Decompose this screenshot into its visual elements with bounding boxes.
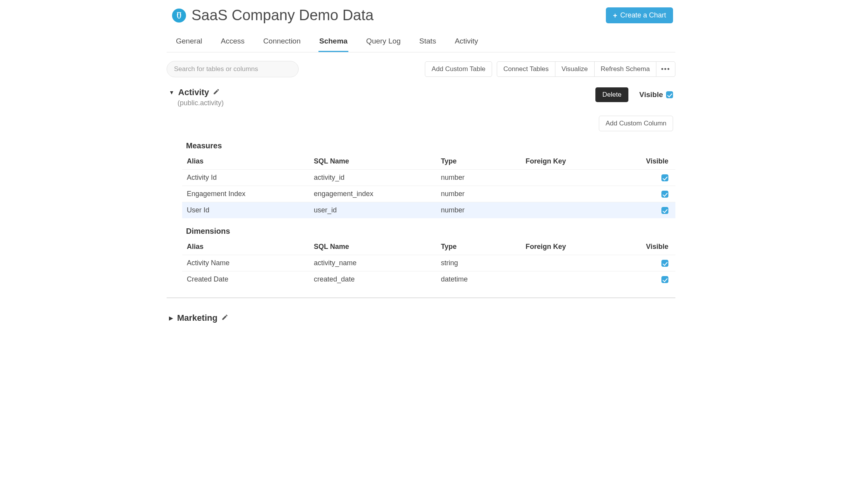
columns-header: Alias SQL Name Type Foreign Key Visible (182, 239, 675, 255)
tab-general[interactable]: General (175, 35, 203, 52)
col-fk-header: Foreign Key (525, 157, 628, 165)
col-type-header: Type (441, 157, 525, 165)
delete-table-button[interactable]: Delete (595, 87, 628, 102)
column-visible-checkbox[interactable] (661, 174, 668, 181)
refresh-schema-button[interactable]: Refresh Schema (594, 61, 657, 77)
tabs: General Access Connection Schema Query L… (167, 27, 675, 52)
tab-access[interactable]: Access (220, 35, 245, 52)
edit-table-icon[interactable] (213, 88, 220, 97)
col-sql-header: SQL Name (314, 157, 441, 165)
col-sql-header: SQL Name (314, 243, 441, 251)
cell-type: number (441, 190, 525, 198)
cell-sql: user_id (314, 206, 441, 214)
visualize-button[interactable]: Visualize (555, 61, 595, 77)
table-row[interactable]: Created Date created_date datetime (182, 271, 675, 287)
edit-table-icon[interactable] (221, 314, 228, 323)
cell-alias: Created Date (187, 275, 314, 283)
add-custom-table-button[interactable]: Add Custom Table (425, 61, 492, 77)
column-visible-checkbox[interactable] (661, 207, 668, 214)
cell-type: number (441, 206, 525, 214)
cell-alias: Activity Id (187, 174, 314, 182)
col-type-header: Type (441, 243, 525, 251)
tab-query-log[interactable]: Query Log (365, 35, 402, 52)
column-visible-checkbox[interactable] (661, 276, 668, 283)
table-row[interactable]: Activity Name activity_name string (182, 255, 675, 271)
add-custom-column-button[interactable]: Add Custom Column (599, 116, 673, 131)
cell-alias: Activity Name (187, 259, 314, 267)
table-visible-label: Visible (639, 90, 663, 99)
col-visible-header: Visible (628, 243, 671, 251)
col-fk-header: Foreign Key (525, 243, 628, 251)
page-title: SaaS Company Demo Data (191, 7, 374, 24)
cell-sql: activity_name (314, 259, 441, 267)
measures-heading: Measures (186, 141, 675, 150)
more-actions-button[interactable]: ••• (656, 61, 675, 77)
postgres-icon (172, 9, 186, 23)
dimensions-heading: Dimensions (186, 227, 675, 236)
cell-alias: User Id (187, 206, 314, 214)
col-alias-header: Alias (187, 157, 314, 165)
table-row[interactable]: Engagement Index engagement_index number (182, 186, 675, 202)
table-row[interactable]: User Id user_id number (182, 202, 675, 218)
tab-stats[interactable]: Stats (419, 35, 437, 52)
table-name: Marketing (177, 313, 217, 323)
more-icon: ••• (661, 65, 670, 73)
search-input[interactable] (167, 61, 299, 77)
section-divider (167, 297, 675, 298)
plus-icon: + (613, 12, 617, 19)
columns-header: Alias SQL Name Type Foreign Key Visible (182, 153, 675, 169)
column-visible-checkbox[interactable] (661, 260, 668, 267)
col-alias-header: Alias (187, 243, 314, 251)
cell-type: number (441, 174, 525, 182)
table-visible-checkbox[interactable] (666, 91, 673, 98)
cell-sql: created_date (314, 275, 441, 283)
table-row[interactable]: Activity Id activity_id number (182, 169, 675, 186)
cell-sql: engagement_index (314, 190, 441, 198)
table-qualified-name: (public.activity) (177, 99, 224, 107)
collapse-toggle-icon[interactable]: ▼ (169, 89, 174, 96)
table-name: Activity (178, 87, 209, 97)
cell-type: string (441, 259, 525, 267)
cell-sql: activity_id (314, 174, 441, 182)
tab-schema[interactable]: Schema (318, 35, 348, 52)
create-chart-button[interactable]: + Create a Chart (606, 7, 673, 23)
tab-activity[interactable]: Activity (454, 35, 479, 52)
expand-toggle-icon[interactable]: ▶ (169, 315, 173, 321)
cell-alias: Engagement Index (187, 190, 314, 198)
tab-connection[interactable]: Connection (263, 35, 301, 52)
connect-tables-button[interactable]: Connect Tables (497, 61, 555, 77)
column-visible-checkbox[interactable] (661, 191, 668, 198)
create-chart-label: Create a Chart (620, 11, 666, 19)
cell-type: datetime (441, 275, 525, 283)
col-visible-header: Visible (628, 157, 671, 165)
